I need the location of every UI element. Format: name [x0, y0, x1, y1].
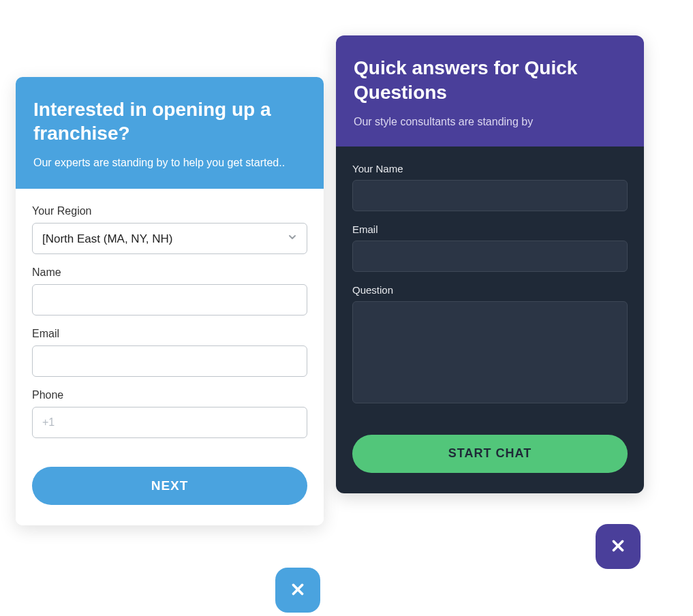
chat-title: Quick answers for Quick Questions [354, 56, 626, 106]
next-button[interactable]: NEXT [32, 467, 307, 505]
close-franchise-button[interactable] [275, 568, 320, 613]
phone-field-group: Phone [32, 389, 307, 438]
franchise-card-header: Interested in opening up a franchise? Ou… [16, 77, 324, 189]
chat-name-input[interactable] [352, 180, 628, 211]
name-field-group: Name [32, 266, 307, 315]
email-label: Email [32, 328, 307, 340]
franchise-subtitle: Our experts are standing by to help you … [33, 155, 306, 171]
close-chat-button[interactable] [596, 524, 641, 569]
chat-card-body: Your Name Email Question START CHAT [336, 147, 644, 493]
chat-name-label: Your Name [352, 163, 628, 174]
chat-subtitle: Our style consultants are standing by [354, 114, 626, 130]
chat-card-header: Quick answers for Quick Questions Our st… [336, 35, 644, 147]
region-field-group: Your Region [North East (MA, NY, NH) [32, 205, 307, 254]
chat-email-field-group: Email [352, 224, 628, 272]
close-icon [609, 537, 627, 557]
start-chat-button[interactable]: START CHAT [352, 435, 628, 473]
close-icon [289, 581, 307, 600]
phone-label: Phone [32, 389, 307, 401]
chat-email-input[interactable] [352, 241, 628, 272]
franchise-title: Interested in opening up a franchise? [33, 97, 306, 145]
region-label: Your Region [32, 205, 307, 217]
chat-question-input[interactable] [352, 301, 628, 403]
chat-question-label: Question [352, 284, 628, 296]
chat-email-label: Email [352, 224, 628, 235]
email-input[interactable] [32, 345, 307, 377]
phone-input[interactable] [32, 407, 307, 438]
chat-question-field-group: Question [352, 284, 628, 406]
region-select[interactable]: [North East (MA, NY, NH) [32, 223, 307, 254]
email-field-group: Email [32, 328, 307, 377]
franchise-form-card: Interested in opening up a franchise? Ou… [16, 77, 324, 525]
chat-name-field-group: Your Name [352, 163, 628, 211]
name-label: Name [32, 266, 307, 279]
franchise-card-body: Your Region [North East (MA, NY, NH) Nam… [16, 189, 324, 525]
name-input[interactable] [32, 284, 307, 315]
chat-form-card: Quick answers for Quick Questions Our st… [336, 35, 644, 493]
region-select-value: [North East (MA, NY, NH) [32, 223, 307, 254]
